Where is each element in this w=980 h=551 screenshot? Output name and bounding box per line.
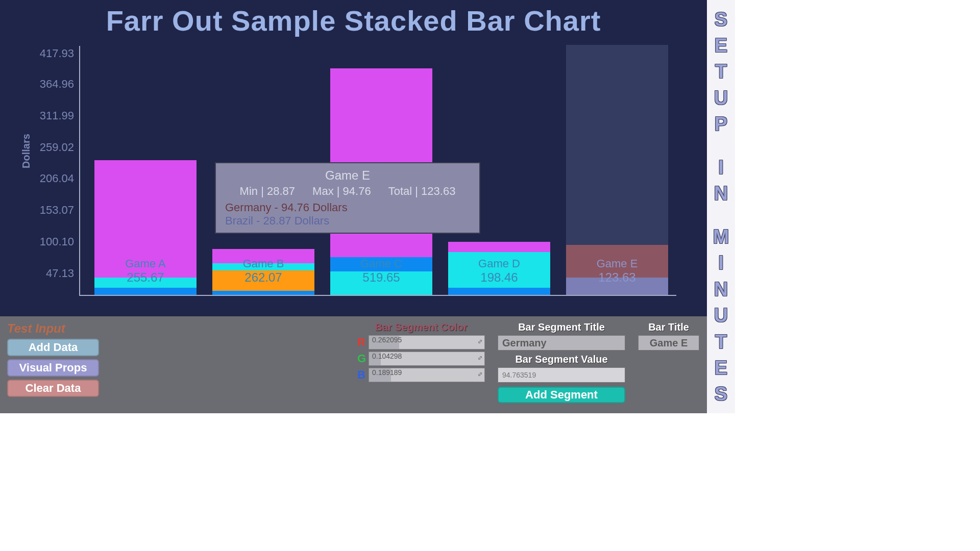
controls-panel: Test Input Add Data Visual Props Clear D…: [0, 316, 707, 413]
side-letter: N: [714, 280, 728, 299]
tooltip-stats: Min | 28.87 Max | 94.76 Total | 123.63: [225, 185, 470, 198]
bar-segment[interactable]: [94, 160, 197, 278]
plot-area: Game A 255.67 Game B 262.07: [79, 46, 676, 296]
bar-segment[interactable]: [448, 252, 550, 288]
segment-value-input[interactable]: 94.763519: [498, 367, 625, 383]
b-label: B: [357, 368, 365, 382]
add-data-button[interactable]: Add Data: [7, 339, 99, 356]
tooltip-line: Brazil - 28.87 Dollars: [225, 214, 470, 228]
bar-segment[interactable]: [212, 249, 314, 263]
side-letter: T: [715, 62, 727, 81]
side-letter: S: [715, 384, 727, 404]
r-label: R: [357, 336, 365, 349]
y-tick: 259.02: [36, 141, 74, 154]
segment-color-label: Bar Segment Color: [357, 321, 485, 333]
tooltip-title: Game E: [225, 168, 470, 183]
g-input[interactable]: 0.104298: [369, 352, 485, 366]
clear-data-button[interactable]: Clear Data: [7, 380, 99, 397]
bar-segment[interactable]: [94, 278, 197, 288]
bar-game-e[interactable]: Game E 123.63: [566, 245, 668, 295]
y-tick: 311.99: [36, 109, 74, 122]
y-tick: 417.93: [36, 47, 74, 60]
side-letter: U: [714, 88, 728, 108]
bar-segment[interactable]: [448, 242, 550, 252]
side-letter: S: [715, 10, 727, 29]
side-letter: I: [718, 253, 724, 272]
bar-game-d[interactable]: Game D 198.46: [448, 242, 550, 295]
tooltip-line: Germany - 94.76 Dollars: [225, 201, 470, 214]
bar-tooltip: Game E Min | 28.87 Max | 94.76 Total | 1…: [215, 162, 480, 234]
bar-title-label: Bar Title: [638, 321, 699, 333]
side-letter: N: [714, 184, 728, 203]
bar-segment[interactable]: [94, 288, 197, 295]
segment-title-label: Bar Segment Title: [498, 321, 625, 333]
y-tick: 364.96: [36, 78, 74, 91]
bar-segment[interactable]: [330, 257, 432, 271]
bar-segment[interactable]: [212, 291, 314, 295]
segment-value-label: Bar Segment Value: [498, 354, 625, 365]
bar-title-input[interactable]: Game E: [638, 335, 699, 350]
y-tick: 47.13: [36, 267, 74, 280]
side-letter: E: [715, 358, 727, 378]
side-letter: M: [713, 227, 729, 246]
x-axis-line: [79, 295, 676, 296]
side-banner: SETUPINMINUTES: [707, 0, 735, 413]
segment-title-input[interactable]: Germany: [498, 335, 625, 350]
bar-game-b[interactable]: Game B 262.07: [212, 249, 314, 295]
y-tick: 153.07: [36, 204, 74, 217]
r-input[interactable]: 0.262095: [369, 335, 485, 349]
side-letter: P: [715, 114, 727, 134]
add-segment-button[interactable]: Add Segment: [498, 387, 625, 403]
bar-segment[interactable]: [212, 270, 314, 291]
b-input[interactable]: 0.189189: [369, 368, 485, 382]
side-letter: U: [714, 306, 728, 325]
bar-segment[interactable]: [330, 271, 432, 295]
g-label: G: [357, 352, 365, 365]
bar-segment[interactable]: [566, 245, 668, 278]
side-letter: I: [718, 158, 724, 177]
y-tick: 206.04: [36, 172, 74, 185]
bar-game-a[interactable]: Game A 255.67: [94, 160, 197, 295]
bar-segment[interactable]: [566, 278, 668, 295]
side-letter: T: [715, 332, 727, 352]
bar-segment[interactable]: [448, 288, 550, 295]
y-axis-line: [79, 46, 80, 296]
visual-props-button[interactable]: Visual Props: [7, 359, 99, 377]
side-letter: E: [715, 36, 727, 55]
y-tick: 100.10: [36, 235, 74, 248]
chart-title: Farr Out Sample Stacked Bar Chart: [0, 0, 707, 37]
y-axis-label: Dollars: [20, 134, 32, 168]
bar-segment[interactable]: [212, 263, 314, 270]
